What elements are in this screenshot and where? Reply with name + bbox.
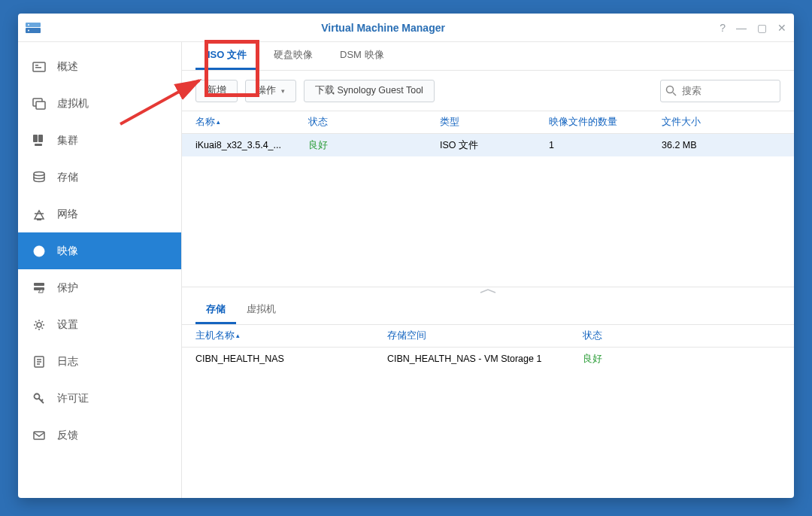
tab-label: ISO 文件 (208, 48, 247, 62)
image-icon (32, 244, 47, 259)
cell-space: CIBN_HEALTH_NAS - VM Storage 1 (387, 354, 583, 364)
sidebar-item-cluster[interactable]: 集群 (18, 122, 181, 159)
close-icon[interactable]: ✕ (777, 22, 786, 34)
col-host-header[interactable]: 主机名称 (195, 329, 387, 342)
sidebar-item-storage[interactable]: 存储 (18, 159, 181, 196)
svg-rect-5 (35, 65, 38, 66)
search-input[interactable] (660, 80, 780, 102)
sidebar-item-protection[interactable]: 保护 (18, 269, 181, 306)
overview-icon (32, 59, 47, 74)
top-tabs: ISO 文件 硬盘映像 DSM 映像 (182, 42, 794, 71)
svg-rect-11 (35, 144, 42, 146)
svg-point-18 (37, 323, 41, 327)
window-controls: ? — ▢ ✕ (720, 22, 786, 34)
svg-point-20 (35, 393, 40, 399)
lower-table-row[interactable]: CIBN_HEALTH_NAS CIBN_HEALTH_NAS - VM Sto… (182, 348, 794, 370)
tab-dsm-image[interactable]: DSM 映像 (328, 42, 396, 70)
resize-handle[interactable] (182, 287, 794, 295)
lower-tabs: 存储 虚拟机 (182, 295, 794, 325)
tab-label: 硬盘映像 (274, 48, 313, 62)
sidebar-label: 虚拟机 (57, 97, 89, 111)
sidebar-label: 网络 (57, 208, 78, 221)
sidebar-label: 集群 (57, 134, 78, 147)
gear-icon (32, 317, 47, 332)
network-icon (32, 207, 47, 222)
sidebar-item-image[interactable]: 映像 (18, 232, 181, 269)
lower-spacer (182, 370, 794, 498)
svg-rect-16 (34, 283, 44, 286)
col-size-header[interactable]: 文件大小 (662, 116, 780, 129)
sidebar-item-settings[interactable]: 设置 (18, 306, 181, 343)
sidebar-item-feedback[interactable]: 反馈 (18, 417, 181, 454)
sidebar-item-network[interactable]: 网络 (18, 196, 181, 232)
main-panel: ISO 文件 硬盘映像 DSM 映像 新增 操作 下载 Synology Gue… (182, 42, 794, 498)
titlebar: Virtual Machine Manager ? — ▢ ✕ (18, 14, 794, 42)
button-label: 下载 Synology Guest Tool (315, 84, 423, 97)
svg-point-22 (667, 86, 674, 93)
image-table-row[interactable]: iKuai8_x32_3.5.4_... 良好 ISO 文件 1 36.2 MB (182, 134, 794, 156)
log-icon (32, 354, 47, 369)
operations-button[interactable]: 操作 (245, 80, 296, 102)
col-status-header[interactable]: 状态 (583, 329, 780, 342)
sidebar-item-overview[interactable]: 概述 (18, 48, 181, 85)
col-count-header[interactable]: 映像文件的数量 (549, 116, 662, 129)
svg-rect-13 (37, 219, 41, 220)
svg-point-3 (28, 29, 29, 31)
maximize-icon[interactable]: ▢ (757, 22, 767, 34)
sidebar-label: 设置 (57, 318, 78, 332)
tab-label: 虚拟机 (247, 303, 276, 314)
svg-point-12 (34, 171, 44, 175)
sidebar-label: 存储 (57, 171, 78, 184)
lower-tab-storage[interactable]: 存储 (195, 295, 236, 324)
sidebar-label: 映像 (57, 244, 78, 258)
sidebar-label: 概述 (57, 60, 78, 74)
lower-table-header: 主机名称 存储空间 状态 (182, 325, 794, 348)
window-title: Virtual Machine Manager (47, 22, 720, 34)
svg-rect-21 (34, 432, 44, 439)
svg-point-15 (38, 250, 41, 253)
cell-size: 36.2 MB (662, 140, 780, 150)
sidebar-item-vm[interactable]: 虚拟机 (18, 85, 181, 122)
cell-type: ISO 文件 (440, 139, 549, 152)
cluster-icon (32, 133, 47, 148)
cell-status: 良好 (308, 139, 440, 152)
sidebar-label: 日志 (57, 355, 78, 369)
sidebar-label: 反馈 (57, 429, 78, 442)
app-icon (26, 22, 41, 34)
search-icon (665, 85, 677, 99)
svg-rect-8 (36, 102, 45, 109)
sidebar: 概述 虚拟机 集群 存储 网络 映像 (18, 42, 182, 498)
sidebar-item-log[interactable]: 日志 (18, 343, 181, 380)
help-icon[interactable]: ? (720, 22, 726, 34)
lower-panel: 存储 虚拟机 主机名称 存储空间 状态 CIBN_HEALTH_NAS CIBN… (182, 287, 794, 498)
tab-label: DSM 映像 (340, 48, 384, 62)
cell-host: CIBN_HEALTH_NAS (195, 354, 387, 364)
col-status-header[interactable]: 状态 (308, 116, 440, 129)
lower-tab-vm[interactable]: 虚拟机 (236, 295, 286, 324)
tab-label: 存储 (206, 303, 226, 314)
cell-name: iKuai8_x32_3.5.4_... (195, 140, 308, 150)
download-tool-button[interactable]: 下载 Synology Guest Tool (304, 80, 435, 102)
vm-icon (32, 96, 47, 111)
image-table-header: 名称 状态 类型 映像文件的数量 文件大小 (182, 111, 794, 134)
key-icon (32, 391, 47, 406)
cell-status: 良好 (583, 353, 780, 366)
button-label: 操作 (256, 84, 276, 97)
search-wrap (660, 80, 780, 102)
add-button[interactable]: 新增 (195, 80, 238, 102)
minimize-icon[interactable]: — (736, 22, 747, 34)
sidebar-item-license[interactable]: 许可证 (18, 380, 181, 417)
envelope-icon (32, 428, 47, 443)
col-name-header[interactable]: 名称 (195, 116, 308, 129)
col-type-header[interactable]: 类型 (440, 116, 549, 129)
sidebar-label: 保护 (57, 281, 78, 295)
button-label: 新增 (207, 84, 226, 97)
col-space-header[interactable]: 存储空间 (387, 329, 583, 342)
sidebar-label: 许可证 (57, 392, 89, 405)
tab-iso[interactable]: ISO 文件 (195, 42, 259, 70)
window-body: 概述 虚拟机 集群 存储 网络 映像 (18, 42, 794, 498)
svg-point-2 (28, 24, 29, 26)
svg-rect-6 (35, 67, 41, 68)
tab-disk-image[interactable]: 硬盘映像 (262, 42, 325, 70)
svg-rect-9 (33, 135, 38, 142)
